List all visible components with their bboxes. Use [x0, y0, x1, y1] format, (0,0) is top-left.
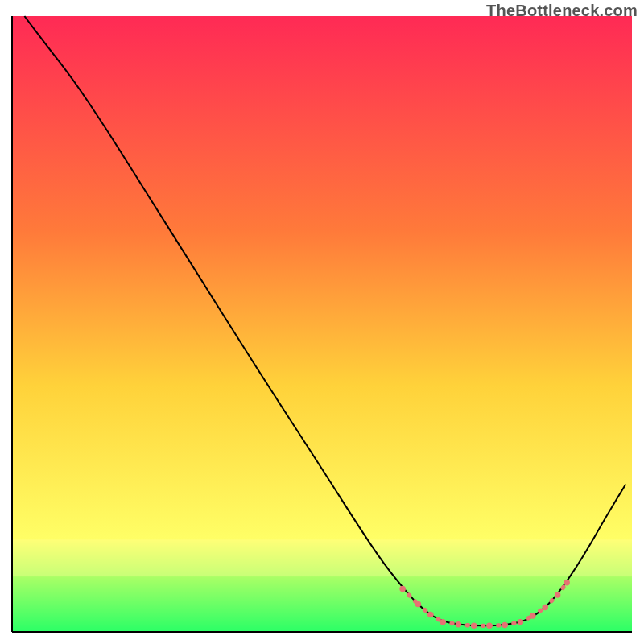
dot-marker — [427, 612, 434, 618]
watermark-text: TheBottleneck.com — [486, 2, 638, 20]
dot-marker — [542, 605, 548, 611]
dot-marker — [502, 622, 508, 629]
dot-marker — [399, 586, 406, 592]
dot-marker — [471, 623, 477, 630]
dot-marker — [518, 619, 524, 625]
dot-marker — [530, 613, 536, 619]
dot-marker — [486, 623, 493, 630]
dot-marker — [564, 580, 570, 586]
chart-svg — [0, 0, 644, 644]
chart-container: TheBottleneck.com — [0, 0, 644, 644]
dot-marker — [555, 592, 561, 598]
pale-band — [12, 539, 632, 576]
dot-marker — [456, 621, 462, 628]
dot-marker — [415, 601, 422, 608]
dot-marker — [440, 619, 446, 625]
